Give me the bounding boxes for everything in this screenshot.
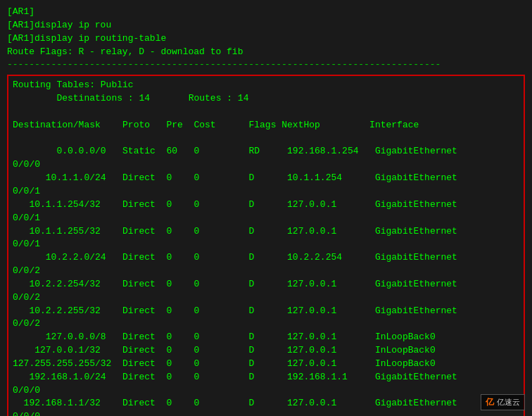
- terminal-container: [AR1] [AR1]display ip rou [AR1]display i…: [7, 6, 525, 416]
- route-row: 10.1.1.0/24 Direct 0 0 D 10.1.1.254 Giga…: [13, 172, 519, 185]
- routing-table-box: Routing Tables: Public Destinations : 14…: [7, 75, 525, 416]
- route-row: 10.2.2.0/24 Direct 0 0 D 10.2.2.254 Giga…: [13, 251, 519, 265]
- route-row-iface2: 0/0/2: [13, 291, 519, 305]
- table-blank2: [13, 132, 519, 146]
- column-headers: Destination/Mask Proto Pre Cost Flags Ne…: [13, 119, 519, 132]
- watermark-logo: 亿: [486, 396, 494, 408]
- route-row-iface2: 0/0/0: [13, 158, 519, 172]
- route-row-iface2: 0/0/0: [13, 410, 519, 416]
- table-blank1: [13, 106, 519, 119]
- route-row: 10.2.2.254/32 Direct 0 0 D 127.0.0.1 Gig…: [13, 278, 519, 291]
- route-row: 127.0.0.1/32 Direct 0 0 D 127.0.0.1 InLo…: [13, 344, 519, 358]
- prompt-line-3: [AR1]display ip routing-table: [7, 32, 525, 46]
- separator-top: ----------------------------------------…: [7, 58, 525, 72]
- route-row: 192.168.1.0/24 Direct 0 0 D 192.168.1.1 …: [13, 371, 519, 384]
- route-row: 0.0.0.0/0 Static 60 0 RD 192.168.1.254 G…: [13, 145, 519, 158]
- route-row: 127.0.0.0/8 Direct 0 0 D 127.0.0.1 InLoo…: [13, 331, 519, 344]
- route-row-iface2: 0/0/1: [13, 238, 519, 251]
- route-row: 127.255.255.255/32 Direct 0 0 D 127.0.0.…: [13, 358, 519, 371]
- route-row: 192.168.1.1/32 Direct 0 0 D 127.0.0.1 Gi…: [13, 397, 519, 410]
- route-row: 10.2.2.255/32 Direct 0 0 D 127.0.0.1 Gig…: [13, 305, 519, 318]
- table-header1: Routing Tables: Public: [13, 79, 519, 92]
- route-row: 10.1.1.254/32 Direct 0 0 D 127.0.0.1 Gig…: [13, 198, 519, 212]
- route-row-iface2: 0/0/1: [13, 185, 519, 198]
- route-flags-line: Route Flags: R - relay, D - download to …: [7, 46, 525, 59]
- table-header2: Destinations : 14 Routes : 14: [13, 92, 519, 106]
- route-row-iface2: 0/0/0: [13, 384, 519, 398]
- route-row: 10.1.1.255/32 Direct 0 0 D 127.0.0.1 Gig…: [13, 225, 519, 239]
- route-rows: 0.0.0.0/0 Static 60 0 RD 192.168.1.254 G…: [13, 145, 519, 416]
- route-row-iface2: 0/0/2: [13, 265, 519, 278]
- prompt-line-1: [AR1]: [7, 6, 525, 19]
- watermark-text: 亿速云: [497, 397, 520, 408]
- prompt-line-2: [AR1]display ip rou: [7, 19, 525, 32]
- watermark: 亿 亿速云: [481, 394, 525, 410]
- route-row-iface2: 0/0/2: [13, 317, 519, 331]
- route-row-iface2: 0/0/1: [13, 212, 519, 225]
